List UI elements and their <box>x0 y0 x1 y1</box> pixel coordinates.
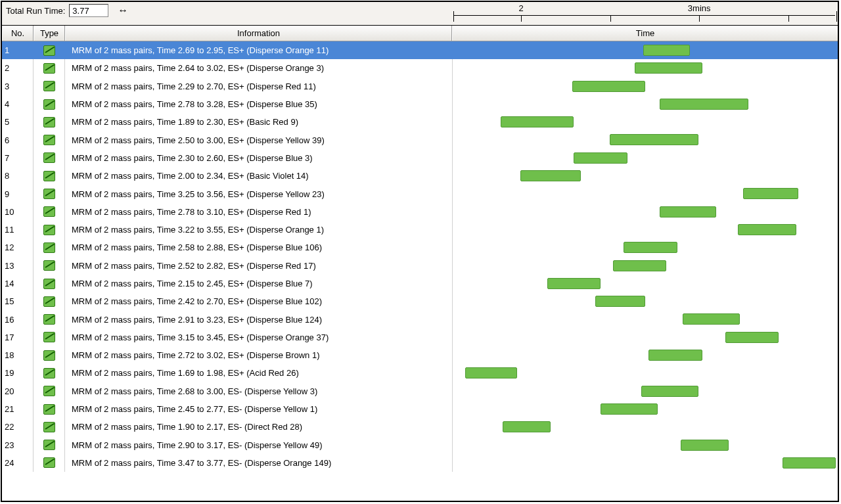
run-time-input[interactable] <box>69 4 108 17</box>
cell-type[interactable] <box>34 454 65 472</box>
edit-icon[interactable] <box>43 242 55 253</box>
edit-icon[interactable] <box>43 422 55 432</box>
edit-icon[interactable] <box>43 81 55 91</box>
table-row[interactable]: 17MRM of 2 mass pairs, Time 3.15 to 3.45… <box>2 329 838 346</box>
edit-icon[interactable] <box>43 386 55 396</box>
table-row[interactable]: 6MRM of 2 mass pairs, Time 2.50 to 3.00,… <box>2 131 838 149</box>
table-row[interactable]: 15MRM of 2 mass pairs, Time 2.42 to 2.70… <box>2 292 838 310</box>
time-range-bar[interactable] <box>610 134 699 145</box>
table-row[interactable]: 5MRM of 2 mass pairs, Time 1.89 to 2.30,… <box>2 113 838 131</box>
edit-icon[interactable] <box>43 314 55 325</box>
table-row[interactable]: 10MRM of 2 mass pairs, Time 2.78 to 3.10… <box>2 203 838 221</box>
cell-type[interactable] <box>34 203 65 221</box>
cell-type[interactable] <box>34 292 65 310</box>
col-header-no[interactable]: No. <box>2 26 34 41</box>
cell-type[interactable] <box>34 59 65 77</box>
cell-type[interactable] <box>34 185 65 202</box>
table-row[interactable]: 1MRM of 2 mass pairs, Time 2.69 to 2.95,… <box>2 41 838 59</box>
cell-type[interactable] <box>34 400 65 418</box>
table-row[interactable]: 14MRM of 2 mass pairs, Time 2.15 to 2.45… <box>2 275 838 292</box>
time-range-bar[interactable] <box>681 440 729 451</box>
cell-type[interactable] <box>34 239 65 256</box>
time-range-bar[interactable] <box>501 116 574 127</box>
table-row[interactable]: 23MRM of 2 mass pairs, Time 2.90 to 3.17… <box>2 436 838 454</box>
col-header-info[interactable]: Information <box>65 26 452 41</box>
edit-icon[interactable] <box>43 332 55 342</box>
time-range-bar[interactable] <box>641 386 698 397</box>
edit-icon[interactable] <box>43 171 55 181</box>
cell-type[interactable] <box>34 257 65 275</box>
cell-type[interactable] <box>34 221 65 239</box>
table-row[interactable]: 21MRM of 2 mass pairs, Time 2.45 to 2.77… <box>2 400 838 418</box>
table-row[interactable]: 12MRM of 2 mass pairs, Time 2.58 to 2.88… <box>2 239 838 256</box>
horizontal-resize-icon[interactable]: ↔ <box>112 5 128 16</box>
table-row[interactable]: 16MRM of 2 mass pairs, Time 2.91 to 3.23… <box>2 310 838 328</box>
col-header-time[interactable]: Time <box>452 26 838 41</box>
cell-type[interactable] <box>34 418 65 436</box>
time-range-bar[interactable] <box>648 350 702 361</box>
table-row[interactable]: 9MRM of 2 mass pairs, Time 3.25 to 3.56,… <box>2 185 838 202</box>
time-range-bar[interactable] <box>520 170 581 181</box>
time-range-bar[interactable] <box>643 45 690 56</box>
table-row[interactable]: 4MRM of 2 mass pairs, Time 2.78 to 3.28,… <box>2 95 838 113</box>
edit-icon[interactable] <box>43 350 55 361</box>
table-row[interactable]: 13MRM of 2 mass pairs, Time 2.52 to 2.82… <box>2 257 838 275</box>
time-range-bar[interactable] <box>783 457 836 469</box>
table-row[interactable]: 19MRM of 2 mass pairs, Time 1.69 to 1.98… <box>2 364 838 382</box>
edit-icon[interactable] <box>43 45 55 56</box>
time-range-bar[interactable] <box>613 260 666 271</box>
time-range-bar[interactable] <box>743 188 798 199</box>
time-range-bar[interactable] <box>725 332 779 343</box>
table-row[interactable]: 24MRM of 2 mass pairs, Time 3.47 to 3.77… <box>2 454 838 472</box>
edit-icon[interactable] <box>43 260 55 271</box>
edit-icon[interactable] <box>43 457 55 468</box>
edit-icon[interactable] <box>43 440 55 450</box>
cell-type[interactable] <box>34 113 65 131</box>
time-range-bar[interactable] <box>572 81 645 92</box>
edit-icon[interactable] <box>43 117 55 127</box>
edit-icon[interactable] <box>43 99 55 110</box>
time-range-bar[interactable] <box>601 403 658 415</box>
time-range-bar[interactable] <box>595 296 645 307</box>
time-range-bar[interactable] <box>547 278 601 289</box>
time-range-bar[interactable] <box>465 367 517 378</box>
edit-icon[interactable] <box>43 279 55 289</box>
edit-icon[interactable] <box>43 152 55 163</box>
cell-type[interactable] <box>34 78 65 95</box>
cell-type[interactable] <box>34 275 65 292</box>
table-row[interactable]: 11MRM of 2 mass pairs, Time 3.22 to 3.55… <box>2 221 838 239</box>
edit-icon[interactable] <box>43 296 55 307</box>
cell-type[interactable] <box>34 346 65 364</box>
time-range-bar[interactable] <box>503 421 551 432</box>
table-row[interactable]: 7MRM of 2 mass pairs, Time 2.30 to 2.60,… <box>2 149 838 167</box>
time-range-bar[interactable] <box>738 224 796 235</box>
cell-type[interactable] <box>34 41 65 59</box>
edit-icon[interactable] <box>43 206 55 217</box>
time-range-bar[interactable] <box>660 206 717 218</box>
table-row[interactable]: 2MRM of 2 mass pairs, Time 2.64 to 3.02,… <box>2 59 838 77</box>
table-row[interactable]: 22MRM of 2 mass pairs, Time 1.90 to 2.17… <box>2 418 838 436</box>
cell-type[interactable] <box>34 382 65 400</box>
table-row[interactable]: 8MRM of 2 mass pairs, Time 2.00 to 2.34,… <box>2 167 838 185</box>
edit-icon[interactable] <box>43 63 55 74</box>
time-range-bar[interactable] <box>574 152 627 164</box>
table-row[interactable]: 18MRM of 2 mass pairs, Time 2.72 to 3.02… <box>2 346 838 364</box>
time-range-bar[interactable] <box>660 99 749 110</box>
cell-type[interactable] <box>34 149 65 167</box>
edit-icon[interactable] <box>43 135 55 145</box>
cell-type[interactable] <box>34 310 65 328</box>
cell-type[interactable] <box>34 436 65 454</box>
time-range-bar[interactable] <box>624 242 677 253</box>
col-header-type[interactable]: Type <box>34 26 65 41</box>
cell-type[interactable] <box>34 95 65 113</box>
edit-icon[interactable] <box>43 368 55 378</box>
edit-icon[interactable] <box>43 404 55 415</box>
cell-type[interactable] <box>34 131 65 149</box>
table-row[interactable]: 3MRM of 2 mass pairs, Time 2.29 to 2.70,… <box>2 78 838 95</box>
edit-icon[interactable] <box>43 189 55 199</box>
edit-icon[interactable] <box>43 225 55 235</box>
time-range-bar[interactable] <box>635 62 702 74</box>
time-range-bar[interactable] <box>683 313 740 325</box>
table-row[interactable]: 20MRM of 2 mass pairs, Time 2.68 to 3.00… <box>2 382 838 400</box>
cell-type[interactable] <box>34 364 65 382</box>
